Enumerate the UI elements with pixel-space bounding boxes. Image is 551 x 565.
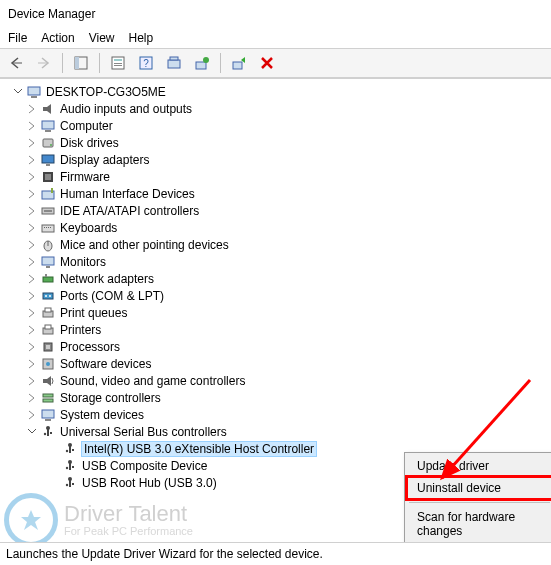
svg-rect-15 xyxy=(43,107,47,111)
expand-icon[interactable] xyxy=(26,120,38,132)
printq-icon xyxy=(40,305,56,321)
tree-category-printers[interactable]: Printers xyxy=(4,321,551,338)
show-hide-tree-button[interactable] xyxy=(69,51,93,75)
expand-icon[interactable] xyxy=(26,324,38,336)
expand-icon[interactable] xyxy=(26,205,38,217)
back-button[interactable] xyxy=(4,51,28,75)
svg-rect-70 xyxy=(72,483,74,485)
tree-category-universal-serial-bus-controllers[interactable]: Universal Serial Bus controllers xyxy=(4,423,551,440)
menu-help[interactable]: Help xyxy=(129,31,154,45)
tree-category-keyboards[interactable]: Keyboards xyxy=(4,219,551,236)
svg-rect-62 xyxy=(72,449,74,451)
menu-action[interactable]: Action xyxy=(41,31,74,45)
menu-update-driver[interactable]: Update driver xyxy=(407,455,551,477)
expand-icon[interactable] xyxy=(26,392,38,404)
menu-uninstall-device[interactable]: Uninstall device xyxy=(407,477,551,499)
expand-icon[interactable] xyxy=(26,188,38,200)
tree-category-monitors[interactable]: Monitors xyxy=(4,253,551,270)
expand-icon[interactable] xyxy=(26,307,38,319)
expand-icon[interactable] xyxy=(26,341,38,353)
expand-icon[interactable] xyxy=(26,222,38,234)
svg-rect-30 xyxy=(46,227,47,228)
tree-category-display-adapters[interactable]: Display adapters xyxy=(4,151,551,168)
sound-icon xyxy=(40,373,56,389)
svg-rect-64 xyxy=(69,462,71,470)
scan-hardware-button[interactable] xyxy=(162,51,186,75)
menu-scan-hardware[interactable]: Scan for hardware changes xyxy=(407,506,551,542)
menu-view[interactable]: View xyxy=(89,31,115,45)
svg-rect-21 xyxy=(46,164,50,166)
category-label: Network adapters xyxy=(60,272,154,286)
category-label: Firmware xyxy=(60,170,110,184)
network-icon xyxy=(40,271,56,287)
update-driver-button[interactable] xyxy=(190,51,214,75)
expand-icon[interactable] xyxy=(26,358,38,370)
category-label: Sound, video and game controllers xyxy=(60,374,245,388)
uninstall-device-button[interactable] xyxy=(255,51,279,75)
status-text: Launches the Update Driver Wizard for th… xyxy=(6,547,323,561)
cpu-icon xyxy=(40,339,56,355)
item-label: USB Root Hub (USB 3.0) xyxy=(82,476,217,490)
category-label: Monitors xyxy=(60,255,106,269)
toolbar: ? xyxy=(0,48,551,78)
svg-rect-25 xyxy=(51,188,53,193)
svg-rect-13 xyxy=(28,87,40,95)
expand-icon[interactable] xyxy=(12,86,24,98)
tree-category-sound-video-and-game-controllers[interactable]: Sound, video and game controllers xyxy=(4,372,551,389)
toolbar-separator xyxy=(220,53,221,73)
storage-icon xyxy=(40,390,56,406)
svg-rect-28 xyxy=(42,225,54,232)
expand-icon[interactable] xyxy=(26,409,38,421)
expand-icon[interactable] xyxy=(26,103,38,115)
properties-button[interactable] xyxy=(106,51,130,75)
svg-rect-31 xyxy=(48,227,49,228)
svg-rect-50 xyxy=(43,379,47,383)
tree-category-storage-controllers[interactable]: Storage controllers xyxy=(4,389,551,406)
tree-root[interactable]: DESKTOP-CG3O5ME xyxy=(4,83,551,100)
tree-category-computer[interactable]: Computer xyxy=(4,117,551,134)
category-label: Print queues xyxy=(60,306,127,320)
firmware-icon xyxy=(40,169,56,185)
svg-rect-1 xyxy=(75,57,79,69)
expand-icon[interactable] xyxy=(26,375,38,387)
svg-rect-35 xyxy=(42,257,54,265)
expand-icon[interactable] xyxy=(26,426,38,438)
svg-point-19 xyxy=(50,144,52,146)
help-button[interactable]: ? xyxy=(134,51,158,75)
enable-device-button[interactable] xyxy=(227,51,251,75)
expand-icon[interactable] xyxy=(26,171,38,183)
tree-category-system-devices[interactable]: System devices xyxy=(4,406,551,423)
svg-rect-66 xyxy=(72,466,74,468)
tree-category-ports-com-lpt[interactable]: Ports (COM & LPT) xyxy=(4,287,551,304)
tree-category-disk-drives[interactable]: Disk drives xyxy=(4,134,551,151)
expand-icon[interactable] xyxy=(26,290,38,302)
menu-file[interactable]: File xyxy=(8,31,27,45)
category-label: Keyboards xyxy=(60,221,117,235)
expand-icon[interactable] xyxy=(26,256,38,268)
expand-icon[interactable] xyxy=(26,137,38,149)
tree-category-print-queues[interactable]: Print queues xyxy=(4,304,551,321)
expand-icon[interactable] xyxy=(26,154,38,166)
window-title: Device Manager xyxy=(8,7,95,21)
tree-category-software-devices[interactable]: Software devices xyxy=(4,355,551,372)
item-label: USB Composite Device xyxy=(82,459,207,473)
hid-icon xyxy=(40,186,56,202)
tree-category-mice-and-other-pointing-devices[interactable]: Mice and other pointing devices xyxy=(4,236,551,253)
svg-rect-51 xyxy=(43,394,53,397)
tree-category-audio-inputs-and-outputs[interactable]: Audio inputs and outputs xyxy=(4,100,551,117)
category-label: Mice and other pointing devices xyxy=(60,238,229,252)
category-label: Printers xyxy=(60,323,101,337)
expand-icon[interactable] xyxy=(26,273,38,285)
expand-icon[interactable] xyxy=(26,239,38,251)
svg-rect-38 xyxy=(45,274,47,277)
tree-category-network-adapters[interactable]: Network adapters xyxy=(4,270,551,287)
computer-icon xyxy=(26,84,42,100)
usb-icon xyxy=(62,441,78,457)
forward-button[interactable] xyxy=(32,51,56,75)
svg-point-40 xyxy=(45,295,47,297)
tree-category-firmware[interactable]: Firmware xyxy=(4,168,551,185)
tree-category-ide-ata-atapi-controllers[interactable]: IDE ATA/ATAPI controllers xyxy=(4,202,551,219)
tree-category-human-interface-devices[interactable]: Human Interface Devices xyxy=(4,185,551,202)
tree-category-processors[interactable]: Processors xyxy=(4,338,551,355)
svg-text:?: ? xyxy=(143,58,149,69)
